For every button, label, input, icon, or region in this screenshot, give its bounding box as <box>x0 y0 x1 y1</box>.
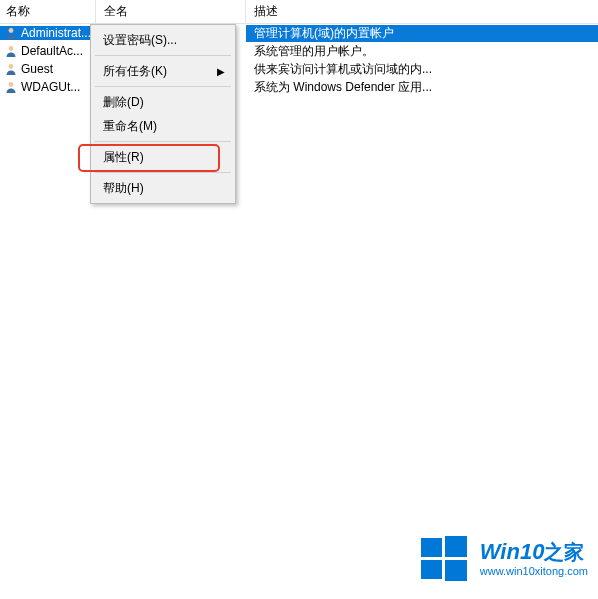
svg-point-1 <box>9 46 14 51</box>
menu-separator <box>95 86 231 87</box>
menu-set-password[interactable]: 设置密码(S)... <box>93 28 233 52</box>
menu-properties[interactable]: 属性(R) <box>93 145 233 169</box>
column-header: 名称 全名 描述 <box>0 0 598 24</box>
svg-point-3 <box>9 82 14 87</box>
user-desc: 管理计算机(域)的内置帐户 <box>246 25 598 42</box>
user-name: WDAGUt... <box>21 80 80 94</box>
svg-rect-7 <box>445 560 467 581</box>
header-name[interactable]: 名称 <box>0 0 96 23</box>
svg-rect-5 <box>445 536 467 557</box>
header-desc[interactable]: 描述 <box>246 0 598 23</box>
watermark: Win10之家 www.win10xitong.com <box>418 533 588 585</box>
svg-point-2 <box>9 64 14 69</box>
header-fullname[interactable]: 全名 <box>96 0 246 23</box>
menu-separator <box>95 55 231 56</box>
menu-all-tasks[interactable]: 所有任务(K) ▶ <box>93 59 233 83</box>
svg-point-0 <box>9 28 14 33</box>
user-icon <box>4 80 18 94</box>
user-name: Administrat... <box>21 26 91 40</box>
watermark-title: Win10之家 <box>480 541 588 563</box>
user-name: DefaultAc... <box>21 44 83 58</box>
user-icon <box>4 26 18 40</box>
menu-delete[interactable]: 删除(D) <box>93 90 233 114</box>
context-menu: 设置密码(S)... 所有任务(K) ▶ 删除(D) 重命名(M) 属性(R) … <box>90 24 236 204</box>
watermark-url: www.win10xitong.com <box>480 566 588 577</box>
chevron-right-icon: ▶ <box>217 66 225 77</box>
user-desc: 系统管理的用户帐户。 <box>246 43 598 60</box>
menu-separator <box>95 172 231 173</box>
menu-rename[interactable]: 重命名(M) <box>93 114 233 138</box>
user-desc: 供来宾访问计算机或访问域的内... <box>246 61 598 78</box>
menu-separator <box>95 141 231 142</box>
menu-help[interactable]: 帮助(H) <box>93 176 233 200</box>
user-desc: 系统为 Windows Defender 应用... <box>246 79 598 96</box>
user-icon <box>4 44 18 58</box>
windows-logo-icon <box>418 533 470 585</box>
user-name: Guest <box>21 62 53 76</box>
user-icon <box>4 62 18 76</box>
svg-rect-6 <box>421 560 442 579</box>
svg-rect-4 <box>421 538 442 557</box>
